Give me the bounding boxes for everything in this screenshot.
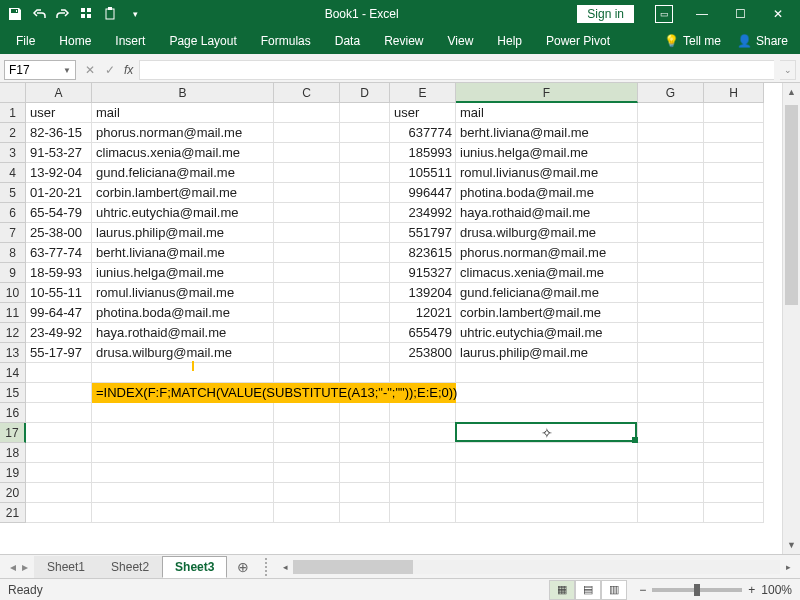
cell-value[interactable]: romul.livianus@mail.me: [92, 283, 274, 303]
cell[interactable]: [638, 303, 704, 323]
cell[interactable]: [340, 483, 390, 503]
cell[interactable]: [274, 403, 340, 423]
cell[interactable]: [340, 323, 390, 343]
sheet-tab[interactable]: Sheet2: [98, 556, 162, 578]
cell-value[interactable]: uhtric.eutychia@mail.me: [92, 203, 274, 223]
column-header[interactable]: D: [340, 83, 390, 103]
cell-value[interactable]: 99-64-47: [26, 303, 92, 323]
cell[interactable]: [456, 503, 638, 523]
cell[interactable]: [704, 243, 764, 263]
cell[interactable]: [638, 483, 704, 503]
cell[interactable]: [26, 403, 92, 423]
cell[interactable]: [638, 383, 704, 403]
cell[interactable]: [340, 463, 390, 483]
cell-value[interactable]: 105511: [390, 163, 456, 183]
cell-value[interactable]: 18-59-93: [26, 263, 92, 283]
row-header[interactable]: 5: [0, 183, 26, 203]
cell[interactable]: [340, 443, 390, 463]
scroll-left-icon[interactable]: ◂: [277, 562, 293, 572]
cell[interactable]: [704, 123, 764, 143]
cell[interactable]: [638, 143, 704, 163]
cell-value[interactable]: 139204: [390, 283, 456, 303]
cell[interactable]: [638, 403, 704, 423]
zoom-slider[interactable]: [652, 588, 742, 592]
row-header[interactable]: 15: [0, 383, 26, 403]
cell[interactable]: [704, 403, 764, 423]
cell[interactable]: [704, 143, 764, 163]
cell[interactable]: [456, 403, 638, 423]
cell[interactable]: [274, 423, 340, 443]
tab-page-layout[interactable]: Page Layout: [157, 28, 248, 54]
cell-value[interactable]: 12021: [390, 303, 456, 323]
cell[interactable]: [26, 503, 92, 523]
cell[interactable]: [456, 483, 638, 503]
cell[interactable]: [638, 263, 704, 283]
cell[interactable]: [704, 223, 764, 243]
cell[interactable]: [274, 323, 340, 343]
sheet-nav-next-icon[interactable]: ▸: [22, 560, 28, 574]
cell-value[interactable]: phorus.norman@mail.me: [456, 243, 638, 263]
cell-value[interactable]: 10-55-11: [26, 283, 92, 303]
cell[interactable]: [274, 443, 340, 463]
column-header[interactable]: G: [638, 83, 704, 103]
cell[interactable]: [390, 403, 456, 423]
cell[interactable]: [704, 363, 764, 383]
close-button[interactable]: ✕: [760, 0, 796, 28]
page-layout-view-icon[interactable]: ▤: [575, 580, 601, 600]
cancel-icon[interactable]: ✕: [82, 63, 98, 77]
cell[interactable]: [274, 303, 340, 323]
cell-value[interactable]: photina.boda@mail.me: [92, 303, 274, 323]
scrollbar-thumb[interactable]: [785, 105, 798, 305]
cell[interactable]: [26, 463, 92, 483]
cell[interactable]: [638, 503, 704, 523]
highlighted-formula-cell[interactable]: =INDEX(F:F;MATCH(VALUE(SUBSTITUTE(A13;"-…: [92, 383, 456, 403]
cell[interactable]: [274, 203, 340, 223]
cell[interactable]: [26, 443, 92, 463]
maximize-button[interactable]: ☐: [722, 0, 758, 28]
cell[interactable]: [92, 503, 274, 523]
cell[interactable]: [340, 143, 390, 163]
scroll-down-icon[interactable]: ▼: [783, 536, 800, 554]
cell[interactable]: [390, 503, 456, 523]
cell-value[interactable]: iunius.helga@mail.me: [92, 263, 274, 283]
cell[interactable]: [340, 223, 390, 243]
cell[interactable]: [92, 363, 274, 383]
cell[interactable]: [26, 383, 92, 403]
cell-value[interactable]: corbin.lambert@mail.me: [456, 303, 638, 323]
row-header[interactable]: 1: [0, 103, 26, 123]
row-header[interactable]: 8: [0, 243, 26, 263]
cell-value[interactable]: 185993: [390, 143, 456, 163]
tab-view[interactable]: View: [436, 28, 486, 54]
cell-value[interactable]: corbin.lambert@mail.me: [92, 183, 274, 203]
cell[interactable]: [26, 483, 92, 503]
cell-value[interactable]: gund.feliciana@mail.me: [456, 283, 638, 303]
tab-file[interactable]: File: [4, 28, 47, 54]
cell-value[interactable]: berht.liviana@mail.me: [92, 243, 274, 263]
cell[interactable]: [704, 503, 764, 523]
cell[interactable]: [638, 443, 704, 463]
name-box[interactable]: F17 ▼: [4, 60, 76, 80]
cell[interactable]: [340, 283, 390, 303]
cell-value[interactable]: 91-53-27: [26, 143, 92, 163]
cell-value[interactable]: 23-49-92: [26, 323, 92, 343]
cell-value[interactable]: climacus.xenia@mail.me: [92, 143, 274, 163]
cell[interactable]: [340, 123, 390, 143]
cell[interactable]: [704, 423, 764, 443]
cell[interactable]: [274, 363, 340, 383]
cell[interactable]: [274, 243, 340, 263]
cell[interactable]: [638, 223, 704, 243]
cell-value[interactable]: 655479: [390, 323, 456, 343]
cell-value[interactable]: haya.rothaid@mail.me: [456, 203, 638, 223]
undo-icon[interactable]: [28, 3, 50, 25]
cell-value[interactable]: 65-54-79: [26, 203, 92, 223]
cell[interactable]: [274, 503, 340, 523]
tell-me-button[interactable]: 💡 Tell me: [656, 34, 729, 48]
minimize-button[interactable]: —: [684, 0, 720, 28]
cell[interactable]: [704, 343, 764, 363]
cell[interactable]: [274, 103, 340, 123]
qat-grid-icon[interactable]: [76, 3, 98, 25]
cell-value[interactable]: climacus.xenia@mail.me: [456, 263, 638, 283]
cell-value[interactable]: photina.boda@mail.me: [456, 183, 638, 203]
cell[interactable]: [704, 163, 764, 183]
row-header[interactable]: 18: [0, 443, 26, 463]
